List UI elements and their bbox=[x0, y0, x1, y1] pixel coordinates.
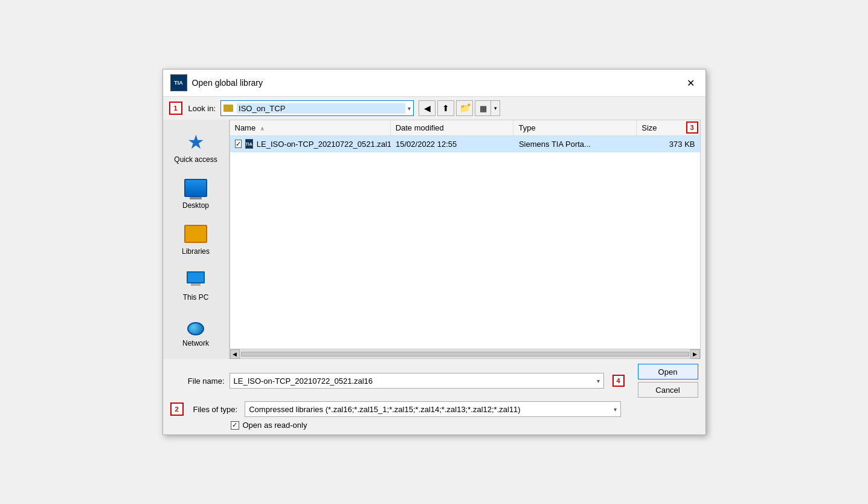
cancel-button[interactable]: Cancel bbox=[638, 382, 698, 398]
sidebar-item-desktop[interactable]: Desktop bbox=[169, 172, 223, 215]
title-bar-left: TIA Open global library bbox=[170, 74, 263, 91]
scroll-right-arrow[interactable]: ▶ bbox=[690, 349, 700, 359]
sidebar-item-libraries[interactable]: Libraries bbox=[169, 218, 223, 261]
files-of-type-label: Files of type: bbox=[193, 405, 238, 414]
sidebar-item-this-pc[interactable]: This PC bbox=[169, 263, 223, 307]
table-row[interactable]: ✓ TIA LE_ISO-on-TCP_20210722_0521.zal16 … bbox=[230, 136, 700, 152]
sidebar-label-network: Network bbox=[182, 339, 209, 347]
file-list[interactable]: ✓ TIA LE_ISO-on-TCP_20210722_0521.zal16 … bbox=[230, 136, 700, 349]
file-tia-icon: TIA bbox=[245, 139, 253, 149]
dialog-title: Open global library bbox=[192, 78, 263, 88]
sort-arrow: ∧ bbox=[260, 126, 265, 132]
new-folder-button[interactable]: 📁 ★ bbox=[456, 100, 473, 116]
file-name-input[interactable]: LE_ISO-on-TCP_20210722_0521.zal16 ▾ bbox=[230, 373, 604, 389]
open-dialog: TIA Open global library ✕ 1 Look in: ISO… bbox=[162, 69, 706, 435]
folder-icon bbox=[223, 105, 233, 112]
pc-icon bbox=[184, 269, 208, 291]
sidebar-item-quick-access[interactable]: ★ Quick access bbox=[169, 126, 223, 169]
close-button[interactable]: ✕ bbox=[684, 76, 698, 90]
file-name: LE_ISO-on-TCP_20210722_0521.zal16 bbox=[257, 140, 391, 149]
look-in-label: Look in: bbox=[188, 104, 216, 113]
col-header-size[interactable]: Size 3 bbox=[637, 120, 699, 135]
scroll-left-arrow[interactable]: ◀ bbox=[230, 349, 240, 359]
open-button[interactable]: Open bbox=[638, 364, 698, 380]
col-header-date[interactable]: Date modified bbox=[391, 120, 514, 135]
open-readonly-checkbox[interactable]: ✓ bbox=[231, 421, 239, 430]
view-icon: ▦ bbox=[475, 101, 491, 115]
network-icon bbox=[184, 315, 208, 337]
tia-logo: TIA bbox=[170, 74, 187, 91]
badge-4: 4 bbox=[612, 375, 625, 387]
desktop-icon bbox=[184, 177, 208, 199]
sidebar-label-quick-access: Quick access bbox=[174, 155, 217, 164]
file-name-arrow[interactable]: ▾ bbox=[597, 378, 600, 384]
files-of-type-arrow[interactable]: ▾ bbox=[614, 406, 617, 413]
bottom-area: File name: LE_ISO-on-TCP_20210722_0521.z… bbox=[163, 359, 706, 435]
files-of-type-row: 2 Files of type: Compressed libraries (*… bbox=[170, 401, 698, 417]
view-button[interactable]: ▦ ▾ bbox=[475, 100, 500, 116]
new-folder-star: ★ bbox=[467, 102, 471, 108]
libraries-icon bbox=[184, 223, 208, 245]
toolbar-buttons: ◀ ⬆ 📁 ★ ▦ ▾ bbox=[419, 100, 500, 116]
open-readonly-row: ✓ Open as read-only bbox=[170, 421, 698, 430]
file-checkbox[interactable]: ✓ bbox=[235, 140, 242, 148]
file-name-row: File name: LE_ISO-on-TCP_20210722_0521.z… bbox=[170, 364, 698, 398]
badge-2: 2 bbox=[170, 402, 184, 416]
horizontal-scrollbar[interactable]: ◀ ▶ bbox=[230, 349, 700, 358]
file-date-cell: 15/02/2022 12:55 bbox=[391, 138, 514, 150]
sidebar-item-network[interactable]: Network bbox=[169, 309, 223, 353]
sidebar: ★ Quick access Desktop Libraries bbox=[163, 120, 230, 359]
file-panel: Name ∧ Date modified Type Size 3 bbox=[230, 120, 701, 359]
file-name-cell: ✓ TIA LE_ISO-on-TCP_20210722_0521.zal16 bbox=[230, 138, 391, 150]
title-bar: TIA Open global library ✕ bbox=[163, 69, 706, 97]
sidebar-label-libraries: Libraries bbox=[182, 247, 210, 256]
file-name-value: LE_ISO-on-TCP_20210722_0521.zal16 bbox=[234, 376, 597, 386]
badge-1: 1 bbox=[169, 102, 182, 115]
view-arrow[interactable]: ▾ bbox=[491, 101, 500, 115]
open-readonly-label: Open as read-only bbox=[243, 421, 307, 430]
badge-3: 3 bbox=[686, 121, 698, 134]
look-in-arrow[interactable]: ▾ bbox=[405, 105, 411, 112]
scroll-track[interactable] bbox=[241, 352, 689, 357]
look-in-value: ISO_on_TCP bbox=[237, 103, 405, 114]
file-header: Name ∧ Date modified Type Size 3 bbox=[230, 120, 700, 136]
files-of-type-value: Compressed libraries (*.zal16;*.zal15_1;… bbox=[249, 405, 613, 414]
files-of-type-combo[interactable]: Compressed libraries (*.zal16;*.zal15_1;… bbox=[245, 401, 620, 417]
file-name-label: File name: bbox=[170, 376, 225, 386]
col-header-type[interactable]: Type bbox=[513, 120, 637, 135]
sidebar-label-this-pc: This PC bbox=[183, 293, 209, 302]
main-area: ★ Quick access Desktop Libraries bbox=[163, 120, 706, 359]
col-header-name[interactable]: Name ∧ bbox=[230, 120, 391, 135]
up-button[interactable]: ⬆ bbox=[437, 100, 454, 116]
back-button[interactable]: ◀ bbox=[419, 100, 436, 116]
look-in-combo[interactable]: ISO_on_TCP ▾ bbox=[220, 100, 414, 116]
sidebar-label-desktop: Desktop bbox=[182, 201, 209, 210]
toolbar: 1 Look in: ISO_on_TCP ▾ ◀ ⬆ 📁 ★ ▦ ▾ bbox=[163, 97, 706, 120]
file-type-cell: Siemens TIA Porta... bbox=[514, 138, 637, 150]
star-icon: ★ bbox=[184, 131, 208, 153]
action-buttons: Open Cancel bbox=[638, 364, 698, 398]
file-size-cell: 373 KB bbox=[637, 138, 700, 150]
